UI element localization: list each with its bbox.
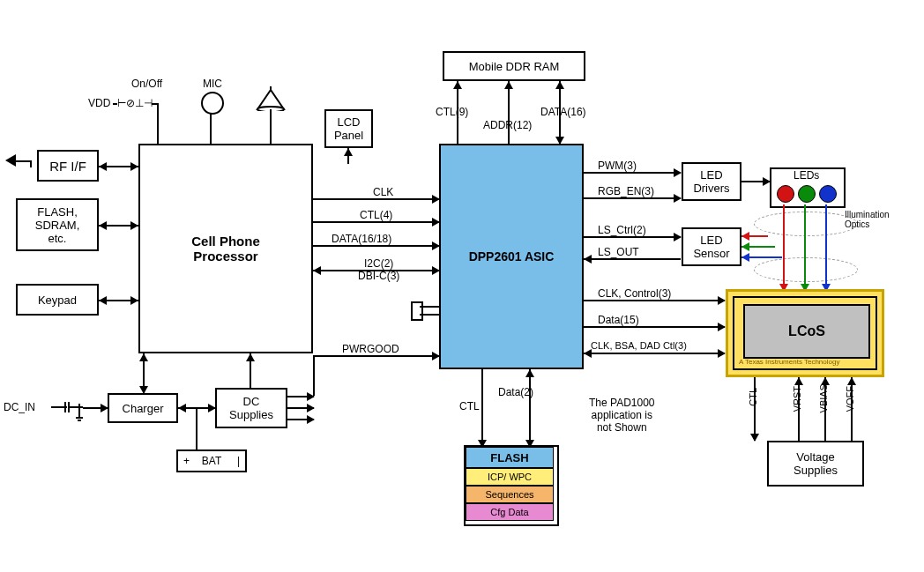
dc-supplies-block: DC Supplies <box>215 388 287 428</box>
line <box>481 369 483 447</box>
arrowhead <box>741 253 749 262</box>
led-drivers-block: LED Drivers <box>682 162 741 201</box>
mobile-ddr-block: Mobile DDR RAM <box>443 51 585 81</box>
line <box>584 326 725 328</box>
dcin-label: DC_IN <box>4 401 35 413</box>
arrowhead <box>584 255 592 264</box>
arrowhead <box>741 242 749 251</box>
rfif-block: RF I/F <box>37 150 99 182</box>
line <box>420 314 439 316</box>
arrowhead <box>313 266 321 275</box>
flash-title: FLASH <box>490 451 528 464</box>
i2c-label: I2C(2) DBI-C(3) <box>358 257 399 282</box>
clk-label: CLK <box>373 186 393 198</box>
lcos-label: LCoS <box>788 323 825 339</box>
lsout-label: LS_OUT <box>598 246 639 258</box>
ctl-lcos-label: CTL <box>748 388 758 406</box>
line <box>584 197 681 199</box>
line <box>584 258 681 260</box>
data15-label: Data(15) <box>598 314 639 326</box>
line <box>157 103 159 144</box>
led-red-icon <box>777 185 794 203</box>
flash-seq-row: Sequences <box>466 486 554 503</box>
pwm3-label: PWM(3) <box>598 160 637 172</box>
voltage-block: Voltage Supplies <box>767 441 864 487</box>
line <box>313 221 439 223</box>
memory-block: FLASH, SDRAM, etc. <box>16 198 99 251</box>
line <box>313 355 315 396</box>
data2-label: Data(2) <box>498 386 533 398</box>
line <box>196 407 197 449</box>
addr12-label: ADDR(12) <box>483 119 532 131</box>
flash-icp: ICP/ WPC <box>488 472 532 482</box>
rfif-label: RF I/F <box>49 159 86 174</box>
arrowhead <box>794 377 803 385</box>
arrowhead <box>453 81 462 89</box>
bat-minus: | <box>237 455 240 467</box>
arrowhead <box>307 404 315 412</box>
line <box>420 306 439 308</box>
ctl4-label: CTL(4) <box>360 209 392 221</box>
pwrgood-label: PWRGOOD <box>342 343 399 355</box>
switch-symbol: ⊢⊘⊥⊣ <box>117 97 153 109</box>
arrowhead <box>555 81 564 89</box>
line <box>270 109 272 144</box>
charger-block: Charger <box>108 393 178 423</box>
note-label: The PAD1000 application is not Shown <box>589 397 655 434</box>
line <box>210 113 212 144</box>
led-blue-icon <box>819 185 837 203</box>
line <box>113 103 117 105</box>
processor-label: Cell Phone Processor <box>191 234 260 264</box>
charger-label: Charger <box>123 402 164 415</box>
ctl-flash-label: CTL <box>459 400 480 412</box>
memory-label: FLASH, SDRAM, etc. <box>35 205 80 245</box>
arrowhead <box>99 221 107 230</box>
line <box>313 245 439 247</box>
arrowhead <box>847 377 856 385</box>
green-light-line <box>804 204 806 291</box>
mic-icon <box>201 92 224 115</box>
arrowhead <box>344 148 353 156</box>
led-sensor-label: LED Sensor <box>693 234 729 260</box>
mic-label: MIC <box>203 78 222 90</box>
vrst-label: VRST <box>792 386 802 412</box>
arrowhead <box>504 81 513 89</box>
arrowhead <box>718 296 726 305</box>
flash-icp-row: ICP/ WPC <box>466 468 554 486</box>
arrowhead <box>718 323 726 331</box>
leds-label: LEDs <box>794 169 819 182</box>
arrowhead <box>674 233 682 241</box>
arrowhead <box>525 369 534 377</box>
optics-ellipse2 <box>754 257 858 282</box>
arrowhead <box>307 415 315 424</box>
line <box>584 236 681 238</box>
lcd-panel-label: LCD Panel <box>334 115 363 142</box>
keypad-label: Keypad <box>38 293 77 307</box>
line <box>30 160 32 167</box>
flash-title-row: FLASH <box>466 447 554 468</box>
arrowhead <box>139 353 148 361</box>
line <box>754 377 756 441</box>
arrowhead <box>178 404 186 412</box>
processor-block: Cell Phone Processor <box>138 144 313 353</box>
arrowhead <box>674 168 682 177</box>
arrowhead <box>99 296 107 305</box>
arrowhead <box>130 162 138 171</box>
voff-label: VOFF <box>845 386 855 412</box>
connector-icon <box>51 397 95 426</box>
rgben3-label: RGB_EN(3) <box>598 185 654 197</box>
arrowhead <box>139 386 148 394</box>
flash-cfg: Cfg Data <box>490 507 528 517</box>
bat-label: BAT <box>202 455 221 467</box>
onoff-label: On/Off <box>131 78 162 90</box>
arrowhead <box>750 434 759 442</box>
led-drivers-label: LED Drivers <box>693 168 729 195</box>
vbias-label: VBIAS <box>818 384 829 412</box>
flash-cfg-row: Cfg Data <box>466 503 554 521</box>
arrowhead <box>130 296 138 305</box>
ctl9-label: CTL(9) <box>436 106 468 118</box>
line <box>584 300 725 301</box>
line <box>313 355 439 357</box>
led-sensor-block: LED Sensor <box>682 227 741 266</box>
line <box>584 172 681 174</box>
